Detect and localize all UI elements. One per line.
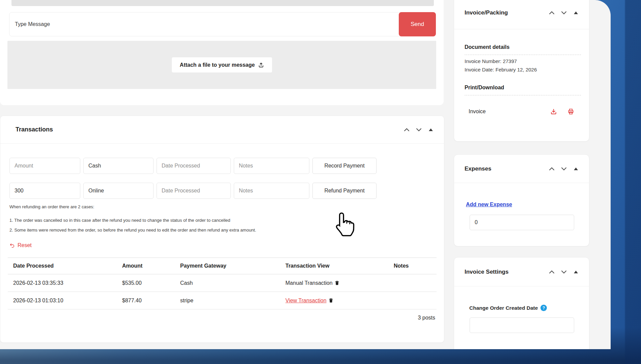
expense-amount-input[interactable] [470, 215, 574, 230]
refund-payment-form: Refund Payment [9, 183, 377, 199]
invoice-packing-panel: Invoice/Packing Document details Invoice… [454, 0, 589, 142]
invoice-date-text: Invoice Date: February 12, 2026 [465, 67, 537, 72]
cell-gateway: stripe [175, 298, 280, 304]
refund-date-input[interactable] [157, 183, 231, 199]
order-created-date-input[interactable] [470, 317, 574, 333]
attach-file-label: Attach a file to your message [180, 62, 255, 68]
cell-date-processed: 2026-02-13 01:03:10 [8, 298, 117, 304]
messages-panel: Send Attach a file to your message [0, 0, 444, 105]
record-amount-input[interactable] [9, 158, 80, 174]
transactions-header: Transactions [0, 116, 444, 144]
message-input[interactable] [9, 12, 394, 36]
refund-amount-input[interactable] [9, 183, 80, 199]
move-down-icon[interactable] [560, 165, 567, 173]
record-gateway-input[interactable] [83, 158, 154, 174]
expenses-title: Expenses [454, 165, 491, 172]
collapse-toggle-icon[interactable] [572, 9, 580, 17]
print-download-heading: Print/Download [465, 85, 504, 91]
refund-instructions-intro: When refunding an order there are 2 case… [9, 204, 256, 209]
table-header-row: Date Processed Amount Payment Gateway Tr… [8, 257, 437, 274]
view-transaction-link[interactable]: View Transaction [285, 298, 327, 304]
download-invoice-icon[interactable] [550, 108, 558, 116]
cell-gateway: Cash [175, 280, 280, 286]
print-invoice-icon[interactable] [567, 108, 575, 116]
move-down-icon[interactable] [560, 268, 567, 276]
refund-case-1: 1. The order was cancelled so in this ca… [9, 215, 256, 225]
message-composer: Send [9, 12, 436, 36]
move-up-icon[interactable] [548, 9, 555, 17]
attachment-dropzone[interactable]: Attach a file to your message [7, 41, 436, 89]
header-date-processed: Date Processed [8, 263, 117, 269]
move-up-icon[interactable] [403, 126, 410, 133]
move-up-icon[interactable] [548, 268, 555, 276]
refund-gateway-input[interactable] [83, 183, 154, 199]
refund-instructions: When refunding an order there are 2 case… [9, 204, 256, 235]
move-down-icon[interactable] [415, 126, 422, 133]
cell-transaction-view: Manual Transaction [280, 280, 388, 286]
collapse-toggle-icon[interactable] [427, 126, 435, 133]
manual-transaction-label: Manual Transaction [285, 280, 333, 286]
delete-transaction-icon[interactable] [328, 298, 334, 303]
move-down-icon[interactable] [560, 9, 567, 17]
cell-amount: $877.40 [117, 298, 175, 304]
reset-label: Reset [18, 242, 32, 248]
record-payment-form: Record Payment [9, 158, 377, 174]
delete-transaction-icon[interactable] [334, 280, 340, 286]
refund-case-2: 2. Some items were removed from the orde… [9, 225, 256, 235]
cell-transaction-view: View Transaction [280, 298, 388, 304]
invoice-packing-title: Invoice/Packing [454, 9, 508, 16]
transactions-title: Transactions [0, 126, 53, 133]
upload-icon [258, 62, 264, 68]
help-icon[interactable]: ? [540, 305, 547, 311]
transactions-table: Date Processed Amount Payment Gateway Tr… [8, 257, 437, 309]
refund-payment-button[interactable]: Refund Payment [312, 183, 377, 199]
add-new-expense-link[interactable]: Add new Expense [466, 202, 512, 208]
reset-link[interactable]: Reset [9, 242, 32, 248]
document-details-heading: Document details [465, 44, 509, 50]
send-button[interactable]: Send [399, 12, 436, 36]
divider [465, 55, 581, 55]
invoice-document-label: Invoice [469, 109, 486, 115]
cell-date-processed: 2026-02-13 03:35:33 [8, 280, 117, 286]
invoice-settings-title: Invoice Settings [454, 269, 508, 275]
cell-amount: $535.00 [117, 280, 175, 286]
invoice-settings-panel: Invoice Settings Change Order Created Da… [454, 257, 589, 349]
app-window: Send Attach a file to your message Trans… [0, 0, 611, 349]
collapse-toggle-icon[interactable] [572, 268, 580, 276]
change-order-date-label: Change Order Created Date [469, 305, 538, 311]
attach-file-button[interactable]: Attach a file to your message [172, 57, 272, 72]
collapse-toggle-icon[interactable] [572, 165, 580, 173]
record-date-input[interactable] [157, 158, 231, 174]
record-notes-input[interactable] [234, 158, 309, 174]
table-row: 2026-02-13 03:35:33 $535.00 Cash Manual … [8, 274, 437, 292]
reset-icon [9, 243, 15, 248]
refund-notes-input[interactable] [234, 183, 309, 199]
divider [465, 95, 581, 95]
header-payment-gateway: Payment Gateway [175, 263, 280, 269]
header-notes: Notes [388, 263, 437, 269]
header-amount: Amount [117, 263, 175, 269]
record-payment-button[interactable]: Record Payment [312, 158, 377, 174]
table-row: 2026-02-13 01:03:10 $877.40 stripe View … [8, 292, 437, 309]
expenses-panel: Expenses Add new Expense [454, 154, 589, 246]
header-transaction-view: Transaction View [280, 263, 388, 269]
move-up-icon[interactable] [548, 165, 555, 173]
posts-count: 3 posts [418, 315, 435, 321]
invoice-number-text: Invoice Number: 27397 [465, 58, 517, 64]
transactions-panel: Transactions Record Payment R [0, 116, 444, 343]
message-bubble-partial [11, 0, 434, 6]
